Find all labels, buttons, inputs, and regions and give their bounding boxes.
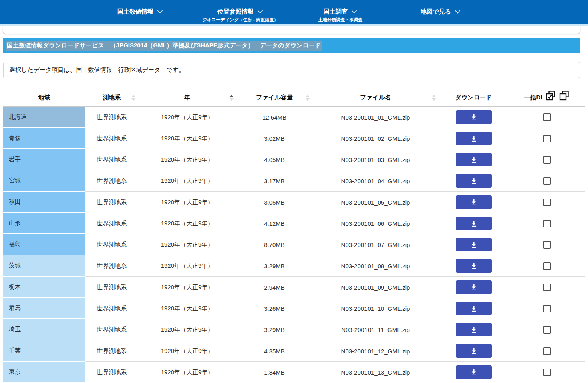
batch-dl-checkbox[interactable] xyxy=(543,369,551,376)
nav-item-subtitle: 土地分類調査・水調査 xyxy=(290,17,391,23)
geodetic-cell: 世界測地系 xyxy=(85,340,138,362)
download-cell xyxy=(439,298,509,319)
batch-dl-cell xyxy=(509,362,585,383)
file-name-cell: N03-200101_04_GML.zip xyxy=(312,170,439,192)
download-icon xyxy=(470,219,478,227)
nav-item-3[interactable]: 国土調査土地分類調査・水調査 xyxy=(290,0,391,24)
download-cell xyxy=(439,234,509,255)
file-size-cell: 2.94MB xyxy=(236,277,312,298)
batch-dl-checkbox[interactable] xyxy=(543,241,551,249)
download-button[interactable] xyxy=(456,323,492,336)
region-cell: 青森 xyxy=(3,128,85,149)
year-cell: 1920年（大正9年） xyxy=(138,298,236,319)
nav-item-label: 地図で見る xyxy=(421,8,451,16)
download-cell xyxy=(439,213,509,234)
table-header-row: 地域測地系年ファイル容量ファイル名ダウンロード一括DL xyxy=(3,89,585,107)
top-navigation-bar: 国土数値情報位置参照情報ジオコーディング（住所⇔緯度経度）国土調査土地分類調査・… xyxy=(0,0,588,24)
download-button[interactable] xyxy=(456,259,492,273)
deselect-all-icon[interactable] xyxy=(559,90,570,101)
year-cell: 1920年（大正9年） xyxy=(138,340,236,362)
chevron-down-icon xyxy=(157,10,163,14)
file-size-cell: 3.17MB xyxy=(236,170,312,192)
year-cell: 1920年（大正9年） xyxy=(138,107,236,128)
download-button[interactable] xyxy=(456,217,492,230)
file-name-cell: N03-200101_12_GML.zip xyxy=(312,340,439,362)
batch-dl-cell xyxy=(509,298,585,319)
sort-icon[interactable] xyxy=(306,95,310,101)
download-button[interactable] xyxy=(456,365,492,379)
download-cell xyxy=(439,107,509,128)
batch-dl-checkbox[interactable] xyxy=(543,220,551,227)
download-cell xyxy=(439,170,509,192)
batch-dl-checkbox[interactable] xyxy=(543,262,551,270)
geodetic-cell: 世界測地系 xyxy=(85,149,138,170)
batch-dl-checkbox[interactable] xyxy=(543,347,551,355)
download-button[interactable] xyxy=(456,195,492,209)
column-header-year[interactable]: 年 xyxy=(138,89,236,106)
file-size-cell: 4.35MB xyxy=(236,340,312,362)
table-row: 宮城世界測地系1920年（大正9年）3.17MBN03-200101_04_GM… xyxy=(3,170,585,192)
nav-item-1[interactable]: 国土数値情報 xyxy=(90,0,190,24)
nav-item-label: 国土数値情報 xyxy=(117,8,153,16)
sort-down-arrow xyxy=(131,98,135,101)
batch-dl-cell xyxy=(509,234,585,255)
batch-dl-checkbox[interactable] xyxy=(543,199,551,206)
table-row: 青森世界測地系1920年（大正9年）3.02MBN03-200101_02_GM… xyxy=(3,128,585,149)
download-cell xyxy=(439,277,509,298)
download-button[interactable] xyxy=(456,344,492,358)
scrolled-panel-bottom xyxy=(3,26,580,34)
file-name-cell: N03-200101_02_GML.zip xyxy=(312,128,439,149)
download-icon xyxy=(470,241,478,249)
year-cell: 1920年（大正9年） xyxy=(138,149,236,170)
scrolled-panel-strip xyxy=(0,24,588,36)
column-header-filename[interactable]: ファイル名 xyxy=(312,89,439,106)
nav-item-4[interactable]: 地図で見る xyxy=(391,0,491,24)
sort-down-arrow xyxy=(230,98,234,101)
download-button[interactable] xyxy=(456,153,492,166)
batch-dl-checkbox[interactable] xyxy=(543,284,551,291)
batch-dl-checkbox[interactable] xyxy=(543,305,551,312)
select-all-icon[interactable] xyxy=(545,90,556,101)
region-cell: 福島 xyxy=(3,234,85,255)
batch-dl-checkbox[interactable] xyxy=(543,135,551,142)
column-header-label: ファイル容量 xyxy=(256,94,292,101)
download-cell xyxy=(439,319,509,340)
file-name-cell: N03-200101_05_GML.zip xyxy=(312,192,439,213)
column-header-geodetic[interactable]: 測地系 xyxy=(85,89,138,106)
batch-dl-checkbox[interactable] xyxy=(543,177,551,185)
nav-item-2[interactable]: 位置参照情報ジオコーディング（住所⇔緯度経度） xyxy=(190,0,290,24)
download-button[interactable] xyxy=(456,302,492,315)
column-header-region: 地域 xyxy=(3,89,85,106)
table-row: 群馬世界測地系1920年（大正9年）3.26MBN03-200101_10_GM… xyxy=(3,298,585,319)
table-row: 北海道世界測地系1920年（大正9年）12.64MBN03-200101_01_… xyxy=(3,107,585,128)
download-button[interactable] xyxy=(456,174,492,188)
download-button[interactable] xyxy=(456,132,492,145)
file-size-cell: 1.84MB xyxy=(236,362,312,383)
region-cell: 東京 xyxy=(3,362,85,383)
batch-dl-checkbox[interactable] xyxy=(543,156,551,164)
download-button[interactable] xyxy=(456,280,492,294)
sort-icon[interactable] xyxy=(230,95,234,101)
page-title: 国土数値情報ダウンロードサービス （JPGIS2014（GML）準拠及びSHAP… xyxy=(6,41,322,51)
download-button[interactable] xyxy=(456,238,492,251)
download-cell xyxy=(439,255,509,277)
column-header-size[interactable]: ファイル容量 xyxy=(236,89,312,106)
sort-icon[interactable] xyxy=(131,95,135,101)
batch-dl-checkbox[interactable] xyxy=(543,113,551,121)
batch-dl-cell xyxy=(509,128,585,149)
batch-dl-checkbox[interactable] xyxy=(543,326,551,334)
nav-item-label: 国土調査 xyxy=(324,8,348,16)
table-row: 山形世界測地系1920年（大正9年）4.12MBN03-200101_06_GM… xyxy=(3,213,585,234)
download-icon xyxy=(470,262,478,270)
geodetic-cell: 世界測地系 xyxy=(85,234,138,255)
region-cell: 栃木 xyxy=(3,277,85,298)
file-size-cell: 4.12MB xyxy=(236,213,312,234)
year-cell: 1920年（大正9年） xyxy=(138,255,236,277)
batch-dl-cell xyxy=(509,319,585,340)
file-name-cell: N03-200101_07_GML.zip xyxy=(312,234,439,255)
download-button[interactable] xyxy=(456,110,492,124)
sort-icon[interactable] xyxy=(432,95,436,101)
geodetic-cell: 世界測地系 xyxy=(85,213,138,234)
nav-item-subtitle: ジオコーディング（住所⇔緯度経度） xyxy=(190,17,290,23)
year-cell: 1920年（大正9年） xyxy=(138,362,236,383)
